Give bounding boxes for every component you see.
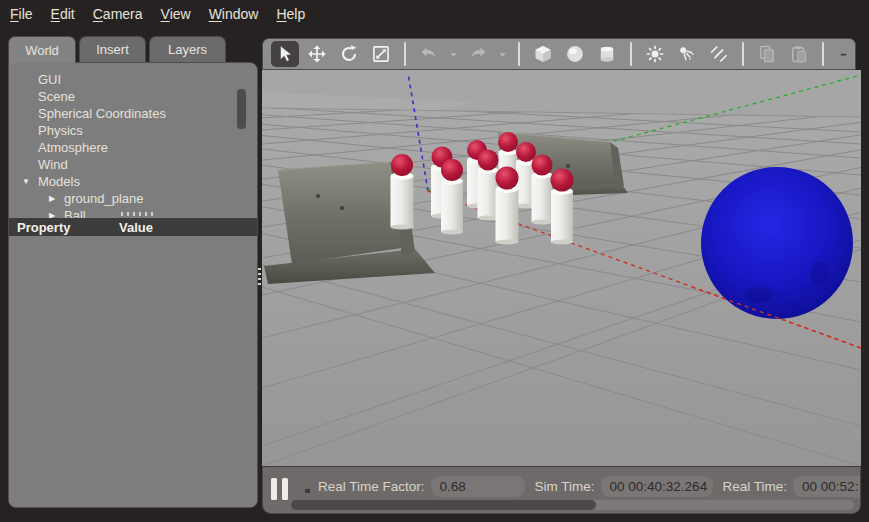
toolbar-separator	[518, 42, 520, 66]
sim-time-label: Sim Time:	[535, 479, 595, 494]
rotate-button[interactable]	[335, 41, 363, 67]
tree-item-label: Spherical Coordinates	[38, 106, 166, 121]
cylinder-icon	[597, 44, 617, 64]
pause-button[interactable]	[271, 478, 293, 500]
menu-window[interactable]: Window	[209, 6, 259, 22]
translate-button[interactable]	[303, 41, 331, 67]
step-button[interactable]	[305, 489, 310, 493]
translate-icon	[307, 44, 327, 64]
value-column-header: Value	[119, 220, 153, 235]
tree-item-label: Wind	[38, 157, 68, 172]
tree-item-label: Scene	[38, 89, 75, 104]
spot-light-button[interactable]	[673, 41, 701, 67]
point-light-icon	[645, 44, 665, 64]
sphere-icon	[565, 44, 585, 64]
tree-scrollbar[interactable]	[237, 89, 246, 129]
bowling-pin[interactable]	[391, 154, 414, 230]
select-icon	[275, 44, 295, 64]
menu-help[interactable]: Help	[276, 6, 305, 22]
real-time-value: 00 00:52:	[793, 476, 861, 497]
horizontal-splitter-handle[interactable]	[121, 212, 155, 216]
paste-icon	[789, 44, 809, 64]
menu-view[interactable]: View	[161, 6, 191, 22]
horizontal-scrollbar[interactable]	[291, 500, 854, 510]
tree-item-scene[interactable]: ▶Scene	[9, 88, 257, 105]
toolbar-separator	[404, 42, 406, 66]
sim-time-value: 00 00:40:32.264	[601, 476, 713, 497]
tab-insert[interactable]: Insert	[79, 36, 146, 62]
gazebo-window: FileEditCameraViewWindowHelp WorldInsert…	[0, 0, 869, 522]
copy-button[interactable]	[753, 41, 781, 67]
directional-light-icon	[709, 44, 729, 64]
redo-icon	[468, 44, 488, 64]
horizontal-scrollbar-thumb[interactable]	[291, 500, 596, 510]
toolbar-separator	[822, 42, 824, 66]
world-panel: ▶GUI▶Scene▶Spherical Coordinates▶Physics…	[8, 62, 258, 508]
pause-icon	[271, 478, 277, 500]
point-light-button[interactable]	[641, 41, 669, 67]
menu-file[interactable]: File	[10, 6, 33, 22]
property-table-header: Property Value	[9, 218, 257, 236]
undo-history-button[interactable]	[447, 41, 460, 67]
overflow-icon	[838, 49, 849, 60]
copy-icon	[757, 44, 777, 64]
pause-icon	[282, 478, 288, 500]
blue-ball[interactable]	[701, 167, 853, 319]
bowling-pin[interactable]	[441, 159, 463, 235]
tree-item-label: GUI	[38, 72, 61, 87]
undo-button[interactable]	[415, 41, 443, 67]
tree-item-atmosphere[interactable]: ▶Atmosphere	[9, 139, 257, 156]
real-time-factor-label: Real Time Factor:	[318, 479, 425, 494]
expanded-arrow-icon[interactable]: ▼	[20, 177, 32, 186]
redo-history-icon	[497, 49, 508, 60]
tree-item-physics[interactable]: ▶Physics	[9, 122, 257, 139]
collapsed-arrow-icon[interactable]: ▶	[46, 194, 58, 203]
property-table-body	[9, 236, 257, 507]
toolbar-separator	[742, 42, 744, 66]
sphere-button[interactable]	[561, 41, 589, 67]
bowling-pin[interactable]	[496, 167, 519, 245]
property-column-header: Property	[17, 220, 119, 235]
undo-history-icon	[448, 49, 459, 60]
tree-item-label: ground_plane	[64, 191, 144, 206]
overflow-button[interactable]	[837, 41, 850, 67]
scale-button[interactable]	[367, 41, 395, 67]
box-button[interactable]	[529, 41, 557, 67]
world-tree: ▶GUI▶Scene▶Spherical Coordinates▶Physics…	[9, 63, 257, 220]
toolbar-separator	[630, 42, 632, 66]
viewport-3d[interactable]	[262, 70, 861, 466]
tab-layers[interactable]: Layers	[149, 36, 226, 62]
undo-icon	[419, 44, 439, 64]
bowling-pin[interactable]	[478, 150, 499, 221]
spot-light-icon	[677, 44, 697, 64]
render-toolbar	[262, 38, 856, 70]
box-icon	[533, 44, 553, 64]
cylinder-button[interactable]	[593, 41, 621, 67]
rotate-icon	[339, 44, 359, 64]
redo-button[interactable]	[464, 41, 492, 67]
tree-item-label: Atmosphere	[38, 140, 108, 155]
real-time-factor-value: 0.68	[431, 476, 525, 497]
redo-history-button[interactable]	[496, 41, 509, 67]
menu-camera[interactable]: Camera	[93, 6, 143, 22]
menu-edit[interactable]: Edit	[51, 6, 75, 22]
tree-item-ground-plane[interactable]: ▶ground_plane	[9, 190, 257, 207]
menu-bar: FileEditCameraViewWindowHelp	[0, 0, 869, 28]
bowling-pin[interactable]	[532, 155, 553, 225]
scale-icon	[371, 44, 391, 64]
real-time-label: Real Time:	[723, 479, 788, 494]
tree-item-label: Models	[38, 174, 80, 189]
select-button[interactable]	[271, 41, 299, 67]
tree-item-spherical-coordinates[interactable]: ▶Spherical Coordinates	[9, 105, 257, 122]
tree-item-models[interactable]: ▼Models	[9, 173, 257, 190]
paste-button[interactable]	[785, 41, 813, 67]
tree-item-wind[interactable]: ▶Wind	[9, 156, 257, 173]
tree-item-gui[interactable]: ▶GUI	[9, 71, 257, 88]
directional-light-button[interactable]	[705, 41, 733, 67]
simulation-status-bar: Real Time Factor:0.68Sim Time:00 00:40:3…	[262, 466, 861, 514]
bowling-pin[interactable]	[551, 169, 574, 245]
tab-world[interactable]: World	[8, 36, 76, 63]
tree-item-label: Physics	[38, 123, 83, 138]
